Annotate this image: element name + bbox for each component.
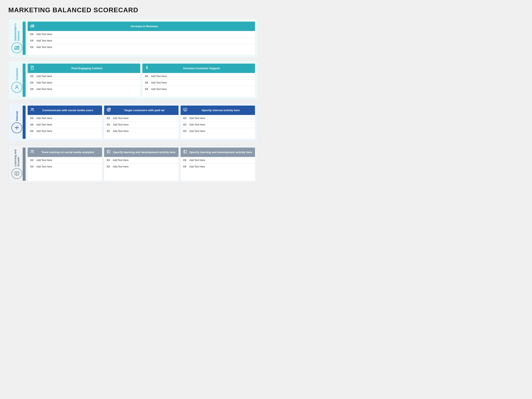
row-xx-target-paid-ad-0: XX — [107, 117, 111, 120]
accent-bar-learning — [23, 147, 25, 181]
card-row-customer-support-0: XXAdd Text Here — [142, 73, 255, 79]
side-icon-learning — [12, 168, 22, 179]
card-row-increase-revenue-2: XXAdd Text Here — [28, 44, 255, 50]
row-xx-internal-activity-0: XX — [183, 117, 188, 120]
content-area-customer: Post Engaging ContentXXAdd Text HereXXAd… — [28, 63, 255, 97]
card-communicate-social: Communicate with social media usersXXAdd… — [28, 106, 102, 139]
row-text-communicate-social-0: Add Text Here — [36, 117, 52, 120]
card-header-icon-internal-activity — [183, 108, 187, 113]
card-header-icon-increase-revenue — [30, 24, 34, 29]
accent-bar-stakeholder — [23, 22, 25, 55]
card-row-customer-support-1: XXAdd Text Here — [142, 79, 255, 86]
row-text-learning-dev-2-1: Add Text Here — [189, 165, 205, 168]
svg-rect-5 — [33, 25, 34, 27]
svg-point-14 — [108, 109, 109, 110]
card-row-target-paid-ad-2: XXAdd Text Here — [104, 128, 178, 134]
row-xx-increase-revenue-0: XX — [30, 33, 35, 36]
card-target-paid-ad: Target customers with paid adXXAdd Text … — [104, 106, 178, 139]
card-header-icon-learning-dev-1 — [107, 150, 111, 155]
side-label-customer: Customer — [11, 63, 23, 97]
card-row-team-training-0: XXAdd Text Here — [28, 157, 102, 163]
content-area-learning: Team training on social media analyticsX… — [28, 147, 255, 181]
row-xx-post-engaging-2: XX — [30, 88, 35, 91]
row-text-learning-dev-1-0: Add Text Here — [113, 159, 129, 162]
row-xx-communicate-social-1: XX — [30, 123, 35, 126]
card-row-communicate-social-2: XXAdd Text Here — [28, 128, 102, 134]
svg-point-18 — [33, 150, 34, 151]
card-header-title-post-engaging: Post Engaging Content — [36, 66, 138, 70]
side-label-text-internal: Internal — [15, 111, 19, 121]
row-text-increase-revenue-2: Add Text Here — [36, 46, 52, 49]
card-header-icon-learning-dev-2 — [183, 150, 187, 155]
svg-rect-0 — [14, 48, 15, 50]
row-text-target-paid-ad-2: Add Text Here — [113, 130, 129, 133]
row-xx-learning-dev-2-1: XX — [183, 165, 188, 168]
row-xx-team-training-0: XX — [30, 159, 35, 162]
row-xx-increase-revenue-1: XX — [30, 39, 35, 42]
svg-rect-15 — [184, 108, 187, 111]
card-header-learning-dev-2: Specify learning and development activit… — [181, 147, 255, 157]
row-xx-customer-support-2: XX — [145, 88, 149, 91]
row-text-increase-revenue-0: Add Text Here — [36, 33, 52, 36]
svg-point-9 — [16, 127, 18, 129]
row-xx-target-paid-ad-1: XX — [107, 123, 111, 126]
card-row-increase-revenue-0: XXAdd Text Here — [28, 31, 255, 38]
side-icon-customer — [12, 82, 22, 93]
card-row-post-engaging-2: XXAdd Text Here — [28, 86, 140, 92]
content-area-stakeholder: Increase in RevenueXXAdd Text HereXXAdd … — [28, 22, 255, 55]
section-learning: Learning andGrowthTeam training on socia… — [8, 145, 258, 184]
row-xx-communicate-social-2: XX — [30, 130, 35, 133]
row-text-target-paid-ad-1: Add Text Here — [113, 123, 129, 126]
card-header-title-team-training: Team training on social media analytics — [36, 151, 100, 154]
row-xx-internal-activity-1: XX — [183, 123, 188, 126]
row-text-team-training-0: Add Text Here — [36, 159, 52, 162]
card-row-target-paid-ad-1: XXAdd Text Here — [104, 121, 178, 128]
svg-rect-16 — [15, 172, 19, 175]
row-xx-learning-dev-1-1: XX — [107, 165, 111, 168]
row-text-learning-dev-2-0: Add Text Here — [189, 159, 205, 162]
card-customer-support: Increase Customer SupportXXAdd Text Here… — [142, 63, 255, 97]
svg-point-6 — [16, 85, 18, 87]
card-header-increase-revenue: Increase in Revenue — [28, 22, 255, 31]
row-xx-team-training-1: XX — [30, 165, 35, 168]
svg-rect-1 — [16, 47, 17, 50]
card-row-team-training-1: XXAdd Text Here — [28, 163, 102, 170]
row-text-internal-activity-2: Add Text Here — [189, 130, 205, 133]
row-text-communicate-social-1: Add Text Here — [36, 123, 52, 126]
card-row-post-engaging-0: XXAdd Text Here — [28, 73, 140, 79]
card-row-increase-revenue-1: XXAdd Text Here — [28, 38, 255, 44]
card-row-target-paid-ad-0: XXAdd Text Here — [104, 115, 178, 121]
section-internal: InternalCommunicate with social media us… — [8, 103, 258, 141]
row-text-increase-revenue-1: Add Text Here — [36, 39, 52, 42]
row-text-team-training-1: Add Text Here — [36, 165, 52, 168]
row-text-internal-activity-0: Add Text Here — [189, 117, 205, 120]
card-header-communicate-social: Communicate with social media users — [28, 106, 102, 115]
card-header-post-engaging: Post Engaging Content — [28, 63, 140, 73]
card-header-icon-post-engaging — [30, 66, 34, 71]
card-team-training: Team training on social media analyticsX… — [28, 147, 102, 181]
card-header-title-customer-support: Increase Customer Support — [151, 66, 253, 70]
card-header-title-target-paid-ad: Target customers with paid ad — [112, 108, 176, 112]
side-label-internal: Internal — [11, 106, 23, 139]
row-xx-learning-dev-2-0: XX — [183, 159, 188, 162]
section-customer: CustomerPost Engaging ContentXXAdd Text … — [8, 61, 258, 100]
svg-rect-2 — [18, 46, 19, 50]
row-text-post-engaging-2: Add Text Here — [36, 88, 52, 91]
card-header-title-learning-dev-2: Specify learning and development activit… — [189, 151, 253, 154]
page-title: MARKETING BALANCED SCORECARD — [8, 6, 258, 14]
side-icon-internal — [12, 122, 22, 133]
row-text-customer-support-0: Add Text Here — [151, 75, 167, 78]
section-stakeholder: Stakeholder'sInterestIncrease in Revenue… — [8, 19, 258, 57]
card-header-icon-customer-support — [145, 66, 149, 71]
side-label-text-customer: Customer — [15, 68, 19, 80]
row-xx-learning-dev-1-0: XX — [107, 159, 111, 162]
row-text-post-engaging-0: Add Text Here — [36, 75, 52, 78]
card-row-learning-dev-2-1: XXAdd Text Here — [181, 163, 255, 170]
card-row-customer-support-2: XXAdd Text Here — [142, 86, 255, 92]
card-header-internal-activity: Specify internal activity here — [181, 106, 255, 115]
row-text-post-engaging-1: Add Text Here — [36, 81, 52, 84]
card-row-learning-dev-1-0: XXAdd Text Here — [104, 157, 178, 163]
row-text-learning-dev-1-1: Add Text Here — [113, 165, 129, 168]
svg-rect-4 — [32, 25, 32, 27]
row-text-communicate-social-2: Add Text Here — [36, 130, 52, 133]
